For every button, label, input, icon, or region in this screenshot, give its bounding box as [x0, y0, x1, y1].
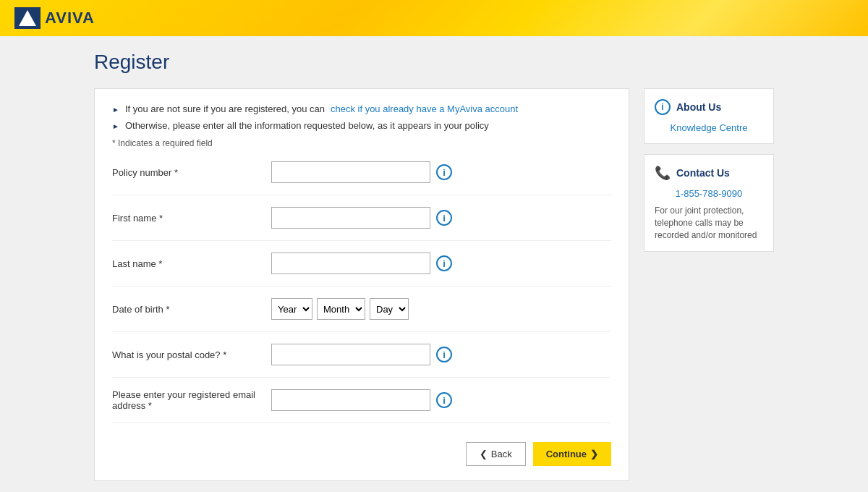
- about-us-title: About Us: [676, 101, 721, 113]
- continue-button-label: Continue: [546, 449, 587, 459]
- field-dob: Date of birth * Year Month Day: [112, 298, 611, 332]
- info-icon-email[interactable]: i: [436, 392, 452, 408]
- phone-icon: 📞: [655, 165, 671, 181]
- info-icon-postal-code[interactable]: i: [436, 347, 452, 362]
- dob-selects: Year Month Day: [271, 298, 409, 320]
- info-text-1-pre: If you are not sure if you are registere…: [125, 103, 325, 114]
- policy-number-input[interactable]: [271, 161, 430, 183]
- input-area-dob: Year Month Day: [271, 298, 611, 320]
- aviva-logo: AVIVA: [14, 7, 95, 29]
- about-us-title-row: i About Us: [655, 99, 763, 115]
- field-postal-code: What is your postal code? * i: [112, 344, 611, 378]
- input-area-first-name: i: [271, 207, 611, 229]
- info-icon-policy-number[interactable]: i: [436, 164, 452, 180]
- arrow-icon-1: ►: [112, 106, 119, 114]
- input-area-last-name: i: [271, 253, 611, 274]
- aviva-logo-icon: [14, 7, 41, 29]
- contact-us-title: Contact Us: [676, 167, 730, 179]
- about-us-icon: i: [655, 99, 671, 115]
- field-first-name: First name * i: [112, 207, 611, 241]
- form-button-row: ❮ Back Continue ❯: [112, 435, 611, 466]
- label-postal-code: What is your postal code? *: [112, 349, 271, 360]
- continue-chevron-icon: ❯: [590, 449, 598, 459]
- sidebar-contact-us: 📞 Contact Us 1-855-788-9090 For our join…: [644, 154, 774, 252]
- aviva-logo-text: AVIVA: [45, 9, 95, 27]
- sidebar: i About Us Knowledge Centre 📞 Contact Us…: [644, 88, 774, 252]
- content-row: ► If you are not sure if you are registe…: [94, 88, 774, 481]
- dob-year-select[interactable]: Year: [271, 298, 312, 320]
- register-form-card: ► If you are not sure if you are registe…: [94, 88, 629, 481]
- myaviva-link[interactable]: check if you already have a MyAviva acco…: [331, 103, 518, 114]
- sidebar-about-us: i About Us Knowledge Centre: [644, 88, 774, 144]
- info-text-2: Otherwise, please enter all the informat…: [125, 120, 489, 131]
- postal-code-input[interactable]: [271, 344, 430, 365]
- field-email: Please enter your registered email addre…: [112, 389, 611, 423]
- page-title: Register: [94, 51, 774, 74]
- back-chevron-icon: ❮: [480, 449, 488, 459]
- contact-note: For our joint protection, telephone call…: [655, 205, 763, 241]
- contact-phone: 1-855-788-9090: [655, 188, 763, 199]
- continue-button[interactable]: Continue ❯: [533, 442, 611, 466]
- info-icon-last-name[interactable]: i: [436, 255, 452, 271]
- dob-month-select[interactable]: Month: [317, 298, 365, 320]
- first-name-input[interactable]: [271, 207, 430, 229]
- field-policy-number: Policy number * i: [112, 161, 611, 195]
- main-container: Register ► If you are not sure if you ar…: [80, 36, 788, 492]
- label-dob: Date of birth *: [112, 304, 271, 315]
- label-first-name: First name *: [112, 213, 271, 224]
- knowledge-centre-link[interactable]: Knowledge Centre: [655, 122, 763, 133]
- dob-day-select[interactable]: Day: [370, 298, 409, 320]
- arrow-icon-2: ►: [112, 122, 119, 130]
- last-name-input[interactable]: [271, 253, 430, 274]
- email-input[interactable]: [271, 389, 430, 411]
- contact-us-title-row: 📞 Contact Us: [655, 165, 763, 181]
- required-note: * Indicates a required field: [112, 138, 611, 148]
- back-button[interactable]: ❮ Back: [466, 442, 526, 466]
- label-email: Please enter your registered email addre…: [112, 389, 271, 411]
- info-icon-first-name[interactable]: i: [436, 210, 452, 226]
- info-line-1: ► If you are not sure if you are registe…: [112, 103, 611, 114]
- page-header: AVIVA: [0, 0, 868, 36]
- info-line-2: ► Otherwise, please enter all the inform…: [112, 120, 611, 131]
- input-area-email: i: [271, 389, 611, 411]
- field-last-name: Last name * i: [112, 253, 611, 287]
- input-area-postal-code: i: [271, 344, 611, 365]
- label-last-name: Last name *: [112, 258, 271, 269]
- input-area-policy-number: i: [271, 161, 611, 183]
- label-policy-number: Policy number *: [112, 167, 271, 178]
- back-button-label: Back: [491, 449, 512, 459]
